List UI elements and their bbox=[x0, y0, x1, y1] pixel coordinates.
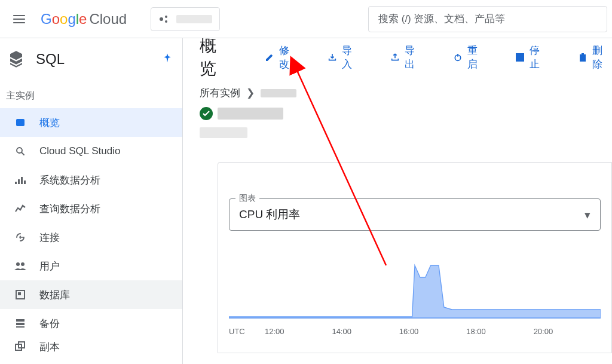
chevron-right-icon: ❯ bbox=[246, 87, 255, 99]
breadcrumb-root[interactable]: 所有实例 bbox=[200, 86, 240, 100]
import-button[interactable]: 导入 bbox=[325, 39, 362, 76]
cpu-chart: UTC 12:00 14:00 16:00 18:00 20:00 bbox=[229, 247, 601, 331]
menu-icon[interactable] bbox=[5, 5, 33, 33]
sidebar-item-label: 系统数据分析 bbox=[39, 173, 100, 187]
sidebar-item-label: 连接 bbox=[39, 231, 60, 244]
svg-rect-15 bbox=[16, 326, 25, 328]
instance-name-redacted bbox=[218, 108, 283, 120]
edit-button[interactable]: 修改 bbox=[262, 39, 299, 76]
export-button[interactable]: 导出 bbox=[388, 39, 424, 76]
svg-rect-13 bbox=[16, 319, 25, 322]
breadcrumb: 所有实例 ❯ bbox=[183, 77, 612, 103]
project-selector[interactable] bbox=[151, 7, 220, 31]
project-name-redacted bbox=[176, 15, 212, 23]
svg-rect-3 bbox=[16, 119, 25, 126]
export-label: 导出 bbox=[405, 44, 422, 71]
chevron-down-icon: ▾ bbox=[585, 208, 590, 222]
status-running-icon bbox=[200, 107, 213, 120]
restart-label: 重启 bbox=[467, 44, 485, 71]
chart-select-value: CPU 利用率 bbox=[239, 207, 300, 222]
query-insights-icon bbox=[14, 203, 26, 215]
sidebar-item-label: 数据库 bbox=[39, 288, 70, 302]
sidebar-item-connections[interactable]: 连接 bbox=[0, 223, 182, 252]
sidebar-item-replicas[interactable]: 副本 bbox=[0, 338, 182, 356]
product-title: SQL bbox=[36, 51, 152, 68]
svg-point-2 bbox=[165, 20, 167, 23]
search-placeholder: 搜索 (/) 资源、文档、产品等 bbox=[378, 12, 506, 26]
import-icon bbox=[328, 52, 337, 63]
database-icon bbox=[14, 289, 26, 301]
restart-button[interactable]: 重启 bbox=[451, 39, 487, 76]
sidebar-item-label: 概览 bbox=[39, 116, 60, 130]
stop-button[interactable]: 停止 bbox=[513, 39, 549, 76]
edit-icon bbox=[265, 52, 274, 63]
svg-point-9 bbox=[16, 262, 20, 266]
svg-rect-6 bbox=[18, 179, 20, 184]
sidebar-item-system-insights[interactable]: 系统数据分析 bbox=[0, 166, 182, 194]
delete-label: 删除 bbox=[592, 44, 610, 71]
pin-icon[interactable] bbox=[162, 53, 173, 66]
section-label: 主实例 bbox=[0, 80, 182, 108]
chart-x-axis: UTC 12:00 14:00 16:00 18:00 20:00 bbox=[229, 327, 601, 336]
sidebar-item-label: 查询数据分析 bbox=[39, 202, 100, 216]
google-cloud-logo[interactable]: Google Cloud bbox=[41, 11, 127, 27]
chart-select-legend: 图表 bbox=[235, 193, 259, 204]
instance-subtitle-redacted bbox=[200, 127, 247, 138]
overview-icon bbox=[14, 117, 26, 129]
svg-rect-19 bbox=[516, 53, 524, 62]
stop-label: 停止 bbox=[530, 44, 547, 71]
sidebar-item-users[interactable]: 用户 bbox=[0, 252, 182, 280]
edit-label: 修改 bbox=[279, 44, 296, 71]
svg-rect-12 bbox=[18, 292, 21, 295]
sidebar-item-databases[interactable]: 数据库 bbox=[0, 280, 182, 309]
svg-rect-14 bbox=[16, 323, 25, 325]
svg-point-0 bbox=[160, 17, 163, 21]
main-content: 概览 修改 导入 导出 重启 停止 删除 bbox=[183, 38, 612, 364]
restart-icon bbox=[453, 52, 463, 63]
users-icon bbox=[14, 260, 26, 272]
connections-icon bbox=[14, 231, 26, 243]
svg-point-1 bbox=[165, 16, 167, 18]
sql-product-icon bbox=[6, 49, 26, 69]
backup-icon bbox=[14, 317, 26, 329]
system-insights-icon bbox=[14, 174, 26, 186]
search-icon bbox=[14, 145, 26, 157]
svg-point-10 bbox=[21, 262, 25, 266]
import-label: 导入 bbox=[342, 44, 359, 71]
search-input[interactable]: 搜索 (/) 资源、文档、产品等 bbox=[368, 6, 607, 32]
sidebar-item-backups[interactable]: 备份 bbox=[0, 309, 182, 338]
svg-rect-8 bbox=[24, 181, 26, 184]
export-icon bbox=[390, 52, 400, 63]
sidebar: SQL 主实例 概览 Cloud SQL Studio 系统数据分析 查询数据分… bbox=[0, 38, 183, 364]
delete-button[interactable]: 删除 bbox=[576, 39, 612, 76]
breadcrumb-instance-redacted[interactable] bbox=[261, 89, 296, 97]
sidebar-item-label: Cloud SQL Studio bbox=[39, 145, 120, 157]
sidebar-item-cloud-sql-studio[interactable]: Cloud SQL Studio bbox=[0, 137, 182, 166]
sidebar-item-label: 副本 bbox=[39, 340, 60, 354]
project-icon bbox=[158, 13, 170, 25]
svg-rect-7 bbox=[21, 177, 23, 184]
stop-icon bbox=[515, 52, 525, 63]
sidebar-item-label: 用户 bbox=[39, 259, 60, 273]
delete-icon bbox=[578, 52, 587, 63]
cloud-label: Cloud bbox=[89, 11, 127, 27]
replica-icon bbox=[14, 341, 26, 353]
chart-metric-select[interactable]: 图表 CPU 利用率 ▾ bbox=[229, 198, 601, 231]
sidebar-item-query-insights[interactable]: 查询数据分析 bbox=[0, 194, 182, 223]
svg-rect-5 bbox=[15, 182, 17, 184]
page-title: 概览 bbox=[200, 38, 229, 80]
sidebar-item-label: 备份 bbox=[39, 317, 60, 331]
sidebar-item-overview[interactable]: 概览 bbox=[0, 108, 182, 137]
chart-card: 图表 CPU 利用率 ▾ UTC 12:00 14:00 16:00 18:00… bbox=[218, 162, 612, 353]
